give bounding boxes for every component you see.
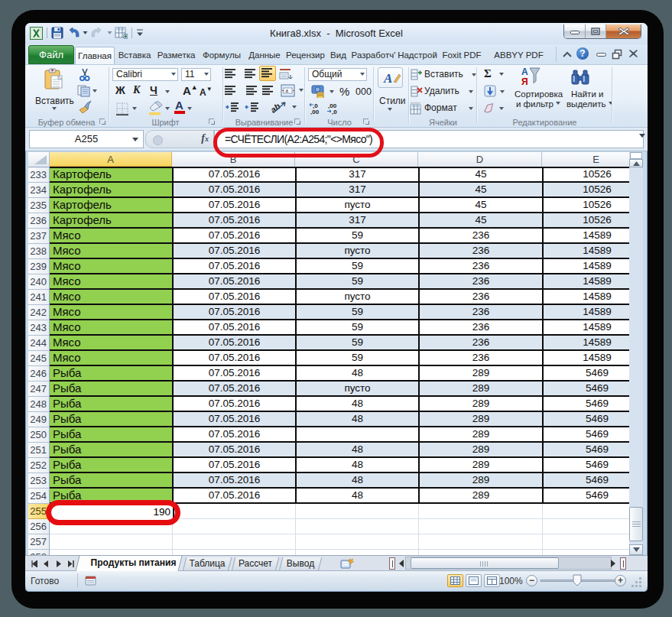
svg-text:А: А bbox=[521, 67, 528, 77]
svg-text:,0: ,0 bbox=[332, 109, 337, 115]
svg-text:ab: ab bbox=[270, 101, 282, 115]
svg-text:,00: ,00 bbox=[310, 109, 320, 115]
svg-text:A: A bbox=[383, 71, 392, 86]
svg-text:Я: Я bbox=[521, 76, 528, 87]
